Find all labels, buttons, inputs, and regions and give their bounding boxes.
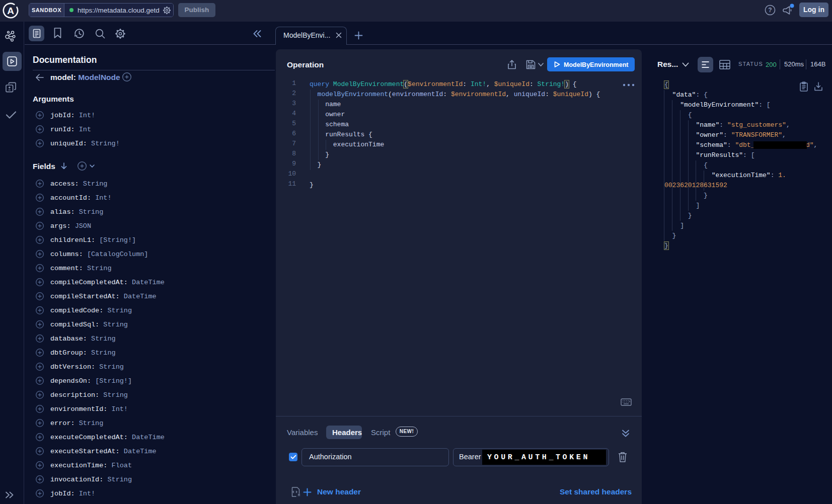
svg-text:?: ? bbox=[768, 7, 772, 14]
svg-text:A: A bbox=[7, 6, 14, 16]
